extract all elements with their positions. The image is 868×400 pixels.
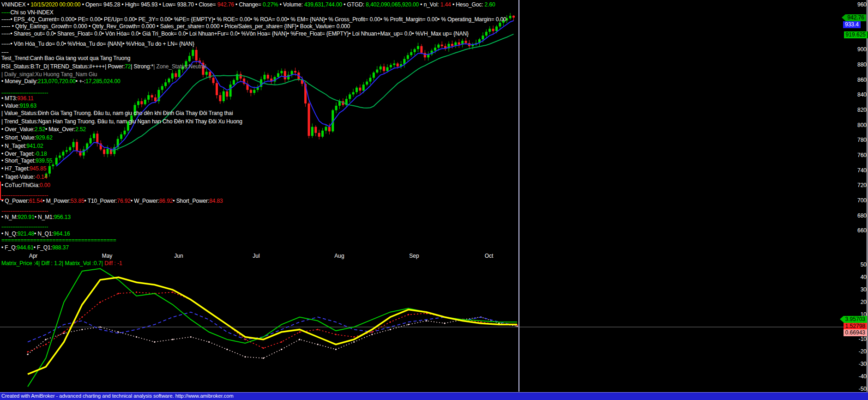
candle[interactable] [311, 123, 313, 138]
candle[interactable] [414, 48, 416, 55]
candle[interactable] [390, 63, 392, 70]
candle[interactable] [257, 85, 259, 92]
candle[interactable] [134, 103, 136, 117]
candle[interactable] [458, 39, 460, 48]
candle[interactable] [90, 135, 92, 145]
candle[interactable] [151, 93, 153, 101]
candle[interactable] [284, 69, 286, 83]
candle[interactable] [393, 60, 395, 68]
candle[interactable] [137, 98, 139, 108]
candle[interactable] [475, 40, 477, 46]
candle[interactable] [185, 60, 187, 70]
candle[interactable] [270, 75, 272, 85]
candle[interactable] [157, 87, 160, 104]
candle[interactable] [199, 58, 201, 64]
candle[interactable] [356, 86, 358, 94]
candle[interactable] [69, 145, 71, 152]
candle[interactable] [223, 88, 225, 103]
candle[interactable] [52, 162, 54, 169]
candle[interactable] [59, 152, 61, 160]
candle[interactable] [124, 127, 126, 137]
candle[interactable] [509, 13, 512, 20]
candle[interactable] [267, 73, 269, 80]
candle[interactable] [171, 70, 174, 82]
candle[interactable] [335, 103, 338, 113]
candle[interactable] [130, 112, 133, 124]
candle[interactable] [127, 121, 129, 134]
crosshair-line[interactable] [518, 0, 519, 392]
candle[interactable] [79, 149, 81, 158]
candle[interactable] [216, 81, 218, 98]
candle[interactable] [400, 61, 402, 69]
candle[interactable] [147, 92, 150, 103]
candle[interactable] [373, 71, 375, 81]
chart-canvas[interactable] [0, 0, 868, 392]
candle[interactable] [175, 71, 177, 80]
candle[interactable] [366, 79, 368, 86]
candle[interactable] [93, 132, 95, 141]
candle[interactable] [308, 102, 310, 139]
candle[interactable] [55, 155, 58, 166]
candle[interactable] [62, 150, 64, 159]
candle[interactable] [427, 51, 429, 61]
candle[interactable] [383, 64, 385, 74]
candle[interactable] [96, 131, 98, 146]
candle[interactable] [420, 44, 422, 54]
candle[interactable] [359, 85, 361, 94]
candle[interactable] [202, 61, 204, 78]
candle[interactable] [485, 29, 488, 37]
candle[interactable] [164, 79, 167, 88]
candle[interactable] [240, 72, 242, 82]
candle[interactable] [424, 50, 426, 61]
candle[interactable] [181, 63, 184, 73]
candle[interactable] [403, 56, 405, 67]
candle[interactable] [321, 128, 324, 138]
candle[interactable] [417, 43, 419, 52]
candle[interactable] [407, 53, 409, 61]
candle[interactable] [103, 148, 105, 157]
candle[interactable] [376, 66, 378, 73]
candle[interactable] [314, 125, 317, 136]
candle[interactable] [506, 15, 508, 23]
candle[interactable] [226, 90, 228, 100]
candle[interactable] [144, 98, 146, 106]
candle[interactable] [431, 48, 433, 56]
candle[interactable] [45, 172, 48, 178]
candle[interactable] [219, 92, 221, 104]
candle[interactable] [444, 43, 446, 51]
candle[interactable] [280, 68, 283, 76]
candle[interactable] [380, 65, 382, 73]
candle[interactable] [161, 84, 163, 93]
candle[interactable] [318, 130, 320, 139]
candle[interactable] [250, 89, 252, 97]
candle[interactable] [454, 41, 457, 48]
candle[interactable] [48, 163, 51, 176]
candle[interactable] [461, 39, 464, 48]
candle[interactable] [291, 70, 293, 78]
candle[interactable] [247, 80, 249, 92]
candle[interactable] [441, 42, 443, 48]
candle[interactable] [72, 139, 75, 151]
candle[interactable] [499, 19, 501, 29]
candle[interactable] [512, 15, 515, 21]
candle[interactable] [209, 71, 211, 80]
candle[interactable] [120, 132, 122, 141]
candle[interactable] [264, 72, 266, 82]
candle[interactable] [349, 92, 351, 102]
candle[interactable] [352, 89, 355, 97]
candle[interactable] [229, 81, 232, 100]
candle[interactable] [410, 49, 412, 57]
candle[interactable] [448, 42, 450, 52]
candle[interactable] [325, 124, 327, 133]
candle[interactable] [168, 77, 170, 84]
candle[interactable] [192, 48, 194, 59]
candle[interactable] [243, 76, 245, 85]
candle[interactable] [86, 142, 88, 152]
candle[interactable] [188, 53, 191, 62]
candle[interactable] [83, 146, 85, 158]
candle[interactable] [488, 26, 491, 34]
candle[interactable] [369, 74, 372, 85]
candle[interactable] [492, 25, 494, 34]
candle[interactable] [107, 145, 109, 158]
candle[interactable] [205, 68, 208, 78]
